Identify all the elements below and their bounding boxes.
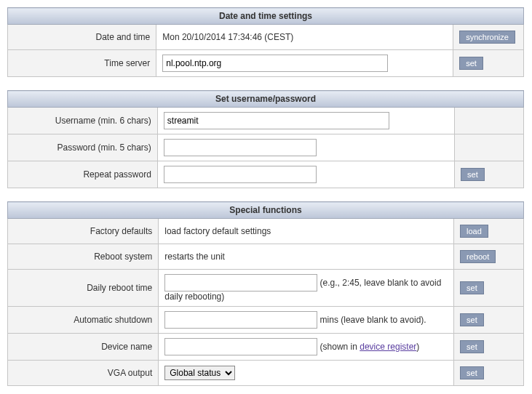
- device-name-input[interactable]: [164, 338, 317, 355]
- reboot-desc: restarts the unit: [159, 244, 454, 270]
- special-section: Special functions Factory defaults load …: [7, 201, 524, 386]
- device-hint-post: ): [416, 342, 419, 352]
- repeat-password-label: Repeat password: [8, 161, 158, 188]
- userpass-header: Set username/password: [8, 91, 524, 108]
- password-label: Password (min. 5 chars): [8, 134, 158, 161]
- repeat-password-input[interactable]: [164, 166, 317, 183]
- timeserver-input[interactable]: [162, 55, 388, 72]
- auto-shutdown-label: Automatic shutdown: [8, 307, 159, 334]
- device-name-label: Device name: [8, 334, 159, 361]
- username-input[interactable]: [164, 112, 389, 129]
- factory-label: Factory defaults: [8, 219, 159, 244]
- vga-output-label: VGA output: [8, 361, 159, 386]
- timeserver-set-button[interactable]: set: [459, 57, 483, 70]
- device-register-link[interactable]: device register: [360, 342, 416, 352]
- special-header: Special functions: [8, 202, 524, 219]
- reboot-label: Reboot system: [8, 244, 159, 270]
- synchronize-button[interactable]: synchronize: [459, 31, 515, 44]
- vga-output-select[interactable]: Global status: [164, 366, 235, 380]
- vga-set-button[interactable]: set: [460, 366, 484, 379]
- daily-reboot-set-button[interactable]: set: [460, 281, 484, 294]
- password-input[interactable]: [164, 139, 317, 156]
- datetime-label: Date and time: [8, 25, 156, 50]
- load-button[interactable]: load: [460, 225, 488, 238]
- daily-reboot-input[interactable]: [164, 274, 317, 292]
- auto-shutdown-set-button[interactable]: set: [460, 313, 484, 326]
- timeserver-label: Time server: [8, 50, 156, 77]
- daily-reboot-label: Daily reboot time: [8, 270, 159, 307]
- datetime-value: Mon 20/10/2014 17:34:46 (CEST): [156, 25, 453, 50]
- userpass-set-button[interactable]: set: [461, 168, 485, 181]
- device-name-set-button[interactable]: set: [460, 340, 484, 353]
- auto-shutdown-hint: mins (leave blank to avoid).: [317, 315, 426, 325]
- datetime-section: Date and time settings Date and time Mon…: [7, 7, 524, 77]
- auto-shutdown-input[interactable]: [164, 311, 317, 329]
- device-hint-pre: (shown in: [317, 342, 360, 352]
- username-label: Username (min. 6 chars): [8, 108, 158, 134]
- factory-desc: load factory default settings: [159, 219, 454, 244]
- datetime-header: Date and time settings: [8, 8, 524, 25]
- reboot-button[interactable]: reboot: [460, 250, 496, 263]
- userpass-section: Set username/password Username (min. 6 c…: [7, 90, 524, 188]
